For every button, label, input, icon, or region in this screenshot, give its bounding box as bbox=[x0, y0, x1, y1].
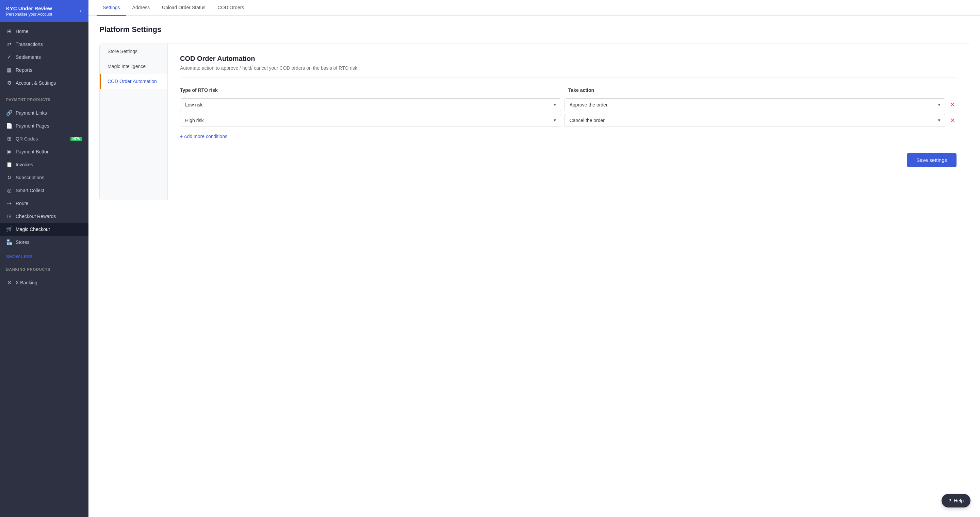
action-select-1[interactable]: Approve the order Cancel the order Hold … bbox=[565, 98, 946, 111]
settings-sub-sidebar: Store Settings Magic Intelligence COD Or… bbox=[100, 44, 168, 200]
risk-select-2[interactable]: Low risk High risk Medium risk bbox=[180, 114, 561, 127]
sidebar-item-invoices[interactable]: 📋 Invoices bbox=[0, 158, 89, 171]
sidebar-item-account-settings[interactable]: ⚙ Account & Settings bbox=[0, 76, 89, 89]
sidebar-item-label: Smart Collect bbox=[16, 188, 44, 193]
reports-icon: ▦ bbox=[6, 67, 12, 73]
settings-item-store-settings[interactable]: Store Settings bbox=[100, 44, 167, 59]
help-label: Help bbox=[954, 498, 964, 503]
tabs-bar: Settings Address Upload Order Status COD… bbox=[89, 0, 980, 16]
condition-row-1: Low risk High risk Medium risk ▼ Approve… bbox=[180, 98, 956, 111]
payment-nav: 🔗 Payment Links 📄 Payment Pages ⊞ QR Cod… bbox=[0, 104, 89, 251]
cod-panel-title: COD Order Automation bbox=[180, 55, 956, 63]
risk-select-wrapper-2: Low risk High risk Medium risk ▼ bbox=[180, 114, 561, 127]
delete-row-2-button[interactable]: ✕ bbox=[949, 115, 956, 125]
save-btn-row: Save settings bbox=[180, 153, 956, 167]
action-select-wrapper-1: Approve the order Cancel the order Hold … bbox=[565, 98, 946, 111]
sidebar-item-checkout-rewards[interactable]: ⊡ Checkout Rewards bbox=[0, 210, 89, 223]
sidebar-item-label: Payment Button bbox=[16, 149, 50, 154]
sidebar-item-magic-checkout[interactable]: 🛒 Magic Checkout bbox=[0, 223, 89, 236]
condition-row-2: Low risk High risk Medium risk ▼ Approve… bbox=[180, 114, 956, 127]
conditions-headers: Type of RTO risk Take action bbox=[180, 87, 956, 96]
sidebar-item-smart-collect[interactable]: ◎ Smart Collect bbox=[0, 184, 89, 197]
show-less-button[interactable]: SHOW LESS bbox=[0, 251, 89, 262]
sidebar-item-payment-pages[interactable]: 📄 Payment Pages bbox=[0, 119, 89, 132]
sidebar-item-label: Transactions bbox=[16, 41, 43, 47]
tab-upload-order-status[interactable]: Upload Order Status bbox=[156, 0, 212, 16]
sidebar-item-route[interactable]: ⇢ Route bbox=[0, 197, 89, 210]
page-title: Platform Settings bbox=[99, 25, 969, 34]
magic-checkout-icon: 🛒 bbox=[6, 226, 12, 232]
sidebar-item-label: Subscriptions bbox=[16, 175, 44, 180]
sidebar-item-label: Settlements bbox=[16, 54, 41, 60]
subscriptions-icon: ↻ bbox=[6, 174, 12, 181]
sidebar-item-settlements[interactable]: ✓ Settlements bbox=[0, 51, 89, 63]
kyc-title: KYC Under Review bbox=[6, 5, 52, 11]
sidebar: KYC Under Review Personalise your Accoun… bbox=[0, 0, 89, 517]
sidebar-item-home[interactable]: ⊞ Home bbox=[0, 25, 89, 38]
cod-automation-panel: COD Order Automation Automate action to … bbox=[168, 44, 969, 200]
action-select-2[interactable]: Approve the order Cancel the order Hold … bbox=[565, 114, 946, 127]
home-icon: ⊞ bbox=[6, 28, 12, 34]
sidebar-item-label: Reports bbox=[16, 67, 32, 73]
tab-cod-orders[interactable]: COD Orders bbox=[212, 0, 250, 16]
sidebar-item-label: Stores bbox=[16, 239, 29, 245]
payment-products-label: PAYMENT PRODUCTS bbox=[0, 92, 89, 104]
sidebar-item-label: Payment Links bbox=[16, 110, 47, 116]
tab-settings[interactable]: Settings bbox=[97, 0, 126, 16]
payment-links-icon: 🔗 bbox=[6, 110, 12, 116]
col-header-action: Take action bbox=[568, 87, 953, 93]
smart-collect-icon: ◎ bbox=[6, 187, 12, 193]
settings-item-magic-intelligence[interactable]: Magic Intelligence bbox=[100, 59, 167, 74]
sidebar-item-label: Payment Pages bbox=[16, 123, 49, 128]
qr-codes-icon: ⊞ bbox=[6, 136, 12, 142]
sidebar-item-subscriptions[interactable]: ↻ Subscriptions bbox=[0, 171, 89, 184]
settings-icon: ⚙ bbox=[6, 80, 12, 86]
sidebar-item-payment-links[interactable]: 🔗 Payment Links bbox=[0, 106, 89, 119]
payment-button-icon: ▣ bbox=[6, 149, 12, 155]
transactions-icon: ⇄ bbox=[6, 41, 12, 47]
sidebar-item-qr-codes[interactable]: ⊞ QR Codes NEW bbox=[0, 132, 89, 145]
sidebar-item-label: X Banking bbox=[16, 280, 37, 285]
help-icon: ? bbox=[948, 498, 951, 503]
sidebar-item-payment-button[interactable]: ▣ Payment Button bbox=[0, 145, 89, 158]
settings-layout: Store Settings Magic Intelligence COD Or… bbox=[99, 44, 969, 200]
new-badge: NEW bbox=[70, 137, 82, 141]
kyc-subtitle: Personalise your Account bbox=[6, 12, 52, 17]
main-scroll-area: Platform Settings Store Settings Magic I… bbox=[89, 16, 980, 517]
risk-select-1[interactable]: Low risk High risk Medium risk bbox=[180, 98, 561, 111]
sidebar-item-transactions[interactable]: ⇄ Transactions bbox=[0, 38, 89, 51]
payment-pages-icon: 📄 bbox=[6, 123, 12, 129]
main-nav: ⊞ Home ⇄ Transactions ✓ Settlements ▦ Re… bbox=[0, 22, 89, 92]
main-content: Settings Address Upload Order Status COD… bbox=[89, 0, 980, 517]
kyc-header[interactable]: KYC Under Review Personalise your Accoun… bbox=[0, 0, 89, 22]
action-select-wrapper-2: Approve the order Cancel the order Hold … bbox=[565, 114, 946, 127]
route-icon: ⇢ bbox=[6, 200, 12, 206]
kyc-arrow-icon: → bbox=[76, 8, 82, 14]
add-condition-link[interactable]: + Add more conditions bbox=[180, 134, 227, 139]
sidebar-item-x-banking[interactable]: ✕ X Banking bbox=[0, 276, 89, 289]
sidebar-item-label: Account & Settings bbox=[16, 80, 56, 86]
help-button[interactable]: ? Help bbox=[942, 494, 970, 507]
banking-products-label: BANKING PRODUCTS bbox=[0, 262, 89, 273]
save-settings-button[interactable]: Save settings bbox=[907, 153, 956, 167]
delete-row-1-button[interactable]: ✕ bbox=[949, 100, 956, 110]
sidebar-item-reports[interactable]: ▦ Reports bbox=[0, 63, 89, 76]
cod-panel-subtitle: Automate action to approve / hold/ cance… bbox=[180, 65, 956, 78]
risk-select-wrapper-1: Low risk High risk Medium risk ▼ bbox=[180, 98, 561, 111]
settings-item-cod-automation[interactable]: COD Order Automation bbox=[100, 74, 167, 89]
x-banking-icon: ✕ bbox=[6, 279, 12, 286]
settlements-icon: ✓ bbox=[6, 54, 12, 60]
sidebar-item-label: Checkout Rewards bbox=[16, 214, 56, 219]
sidebar-item-label: QR Codes bbox=[16, 136, 38, 141]
sidebar-item-label: Route bbox=[16, 201, 28, 206]
sidebar-item-label: Magic Checkout bbox=[16, 227, 50, 232]
col-header-risk: Type of RTO risk bbox=[180, 87, 565, 93]
tab-address[interactable]: Address bbox=[126, 0, 156, 16]
invoices-icon: 📋 bbox=[6, 162, 12, 168]
banking-nav: ✕ X Banking bbox=[0, 273, 89, 292]
checkout-rewards-icon: ⊡ bbox=[6, 213, 12, 219]
sidebar-item-stores[interactable]: 🏪 Stores bbox=[0, 236, 89, 249]
sidebar-item-label: Home bbox=[16, 29, 28, 34]
stores-icon: 🏪 bbox=[6, 239, 12, 245]
sidebar-item-label: Invoices bbox=[16, 162, 33, 167]
